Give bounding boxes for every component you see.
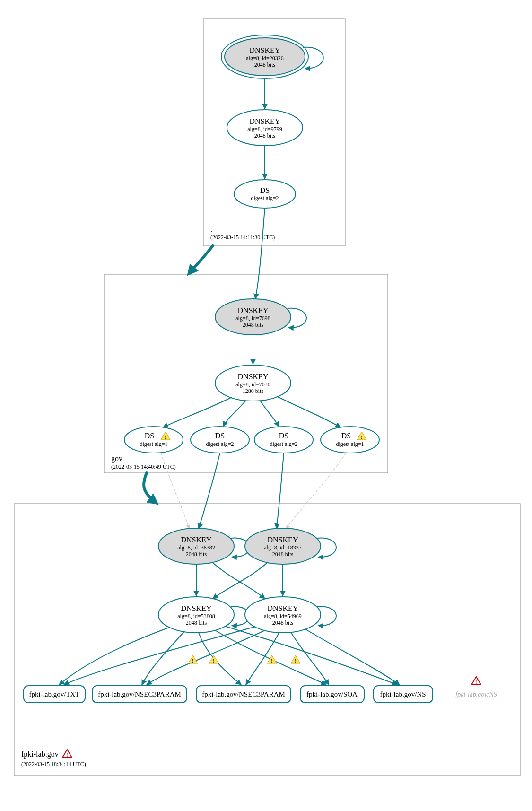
dnskey-sld-zsk2-bits: 2048 bits — [272, 619, 294, 626]
dnskey-root-ksk[interactable]: DNSKEY alg=8, id=20326 2048 bits — [221, 35, 308, 78]
edge-sld-ksk2-zsk1 — [213, 563, 267, 599]
rrset-n3p2-label: fpki-lab.gov/NSEC3PARAM — [202, 690, 285, 698]
dnskey-gov-zsk-title: DNSKEY — [238, 373, 269, 381]
dnskey-sld-zsk2[interactable]: DNSKEY alg=8, id=54969 2048 bits — [245, 597, 321, 633]
dnskey-sld-ksk2-title: DNSKEY — [268, 536, 298, 544]
edge-zsk2-txt — [64, 627, 255, 685]
dnskey-root-zsk[interactable]: DNSKEY alg=8, id=9799 2048 bits — [227, 110, 303, 146]
dnskey-gov-ksk-alg: alg=8, id=7698 — [235, 315, 270, 322]
dnskey-sld-ksk1-title: DNSKEY — [181, 536, 212, 544]
error-icon — [62, 750, 72, 758]
dnskey-sld-ksk1[interactable]: DNSKEY alg=8, id=36382 2048 bits — [158, 528, 234, 564]
ds-gov-1-alg: digest alg=1 — [140, 441, 167, 447]
zone-sld-label: fpki-lab.gov — [21, 750, 59, 759]
ds-gov-2[interactable]: DS digest alg=2 — [191, 427, 249, 453]
svg-point-9 — [191, 427, 249, 453]
zone-gov-timestamp: (2022-03-15 14:40:49 UTC) — [111, 463, 176, 470]
ds-gov-3[interactable]: DS digest alg=2 — [254, 427, 313, 453]
dnskey-sld-zsk2-alg: alg=8, id=54969 — [264, 613, 302, 619]
edge-govds2-sldksk1 — [199, 453, 220, 529]
error-icon — [471, 677, 481, 685]
rrset-ns[interactable]: fpki-lab.gov/NS — [374, 686, 433, 703]
delegation-arrow-root-to-gov — [189, 246, 213, 273]
dnskey-sld-ksk1-bits: 2048 bits — [186, 551, 207, 558]
delegation-arrow-gov-to-sld — [144, 473, 156, 503]
edge-govzsk-ds3 — [260, 401, 279, 427]
ds-gov-4-alg: digest alg=1 — [336, 441, 364, 447]
svg-point-8 — [124, 427, 183, 453]
dnskey-root-zsk-bits: 2048 bits — [254, 132, 276, 139]
dnskey-sld-ksk2-bits: 2048 bits — [272, 551, 294, 558]
rrset-txt-label: fpki-lab.gov/TXT — [29, 690, 79, 698]
edge-govds3-sldksk2 — [277, 453, 284, 529]
dnskey-sld-zsk1-title: DNSKEY — [181, 604, 212, 612]
dnskey-sld-ksk2-alg: alg=8, id=18337 — [264, 544, 302, 551]
edge-zsk1-n3p1 — [142, 631, 184, 685]
svg-point-10 — [254, 427, 313, 453]
ds-root-title: DS — [260, 186, 270, 194]
dnskey-gov-ksk[interactable]: DNSKEY alg=8, id=7698 2048 bits — [215, 299, 291, 335]
edge-zsk1-txt — [59, 627, 170, 685]
svg-point-11 — [321, 427, 379, 453]
edge-govzsk-ds2 — [223, 401, 246, 427]
dnskey-gov-zsk[interactable]: DNSKEY alg=8, id=7030 1280 bits — [215, 365, 291, 401]
zone-gov-label: gov — [111, 454, 122, 463]
warning-icon — [188, 655, 198, 663]
dnskey-root-zsk-alg: alg=8, id=9799 — [247, 126, 282, 132]
dnskey-sld-zsk2-title: DNSKEY — [268, 604, 298, 612]
rrset-ns-greyed-label: fpki-lab.gov/NS — [455, 691, 497, 698]
rrset-n3p1-label: fpki-lab.gov/NSEC3PARAM — [98, 690, 181, 698]
dnskey-sld-ksk1-alg: alg=8, id=36382 — [177, 544, 215, 551]
rrset-nsec3param-2[interactable]: fpki-lab.gov/NSEC3PARAM — [196, 686, 291, 703]
warning-icon — [209, 655, 218, 663]
rrset-ns-greyed[interactable]: fpki-lab.gov/NS — [455, 677, 497, 698]
edge-rootds-govksk — [255, 208, 265, 299]
dnskey-root-ksk-title: DNSKEY — [250, 46, 280, 54]
dnskey-root-zsk-title: DNSKEY — [250, 117, 280, 125]
ds-gov-1-title: DS — [145, 432, 154, 440]
rrset-soa[interactable]: fpki-lab.gov/SOA — [300, 686, 364, 703]
dnskey-root-ksk-bits: 2048 bits — [254, 61, 276, 68]
edge-govzsk-ds4 — [277, 396, 340, 427]
ds-gov-2-title: DS — [215, 432, 225, 440]
rrset-ns-label: fpki-lab.gov/NS — [380, 690, 426, 698]
dnskey-sld-zsk1-bits: 2048 bits — [186, 619, 207, 626]
ds-gov-4[interactable]: DS digest alg=1 — [321, 427, 379, 453]
zone-root-label: . — [210, 225, 212, 233]
rrset-soa-label: fpki-lab.gov/SOA — [306, 690, 358, 698]
dnskey-gov-ksk-title: DNSKEY — [238, 306, 269, 314]
dnskey-gov-zsk-bits: 1280 bits — [243, 388, 264, 394]
selfloop-root-ksk — [303, 47, 323, 69]
ds-gov-3-title: DS — [279, 432, 288, 440]
ds-root[interactable]: DS digest alg=2 — [234, 180, 296, 208]
warning-icon — [267, 655, 277, 663]
dnskey-gov-zsk-alg: alg=8, id=7030 — [235, 381, 270, 388]
zone-sld-timestamp: (2022-03-15 18:34:14 UTC) — [21, 761, 86, 767]
ds-gov-1[interactable]: DS digest alg=1 — [124, 427, 183, 453]
zone-root-timestamp: (2022-03-15 14:11:30 UTC) — [210, 234, 275, 241]
dnskey-sld-zsk1-alg: alg=8, id=53808 — [177, 613, 215, 619]
ds-gov-3-alg: digest alg=2 — [270, 441, 297, 447]
edge-zsk2-n3p1 — [147, 630, 265, 685]
rrset-nsec3param-1[interactable]: fpki-lab.gov/NSEC3PARAM — [92, 686, 187, 703]
edge-govds4-sldksk2 — [286, 453, 346, 529]
edge-govzsk-ds1 — [163, 397, 232, 427]
dnskey-sld-ksk2[interactable]: DNSKEY alg=8, id=18337 2048 bits — [245, 528, 321, 564]
ds-root-alg: digest alg=2 — [251, 195, 279, 201]
rrset-txt[interactable]: fpki-lab.gov/TXT — [24, 686, 85, 703]
dnskey-root-ksk-alg: alg=8, id=20326 — [246, 55, 284, 61]
edge-zsk1-ns — [225, 626, 397, 685]
warning-icon — [291, 655, 300, 663]
ds-gov-2-alg: digest alg=2 — [206, 441, 234, 447]
ds-gov-4-title: DS — [341, 432, 351, 440]
dnskey-gov-ksk-bits: 2048 bits — [243, 322, 264, 328]
